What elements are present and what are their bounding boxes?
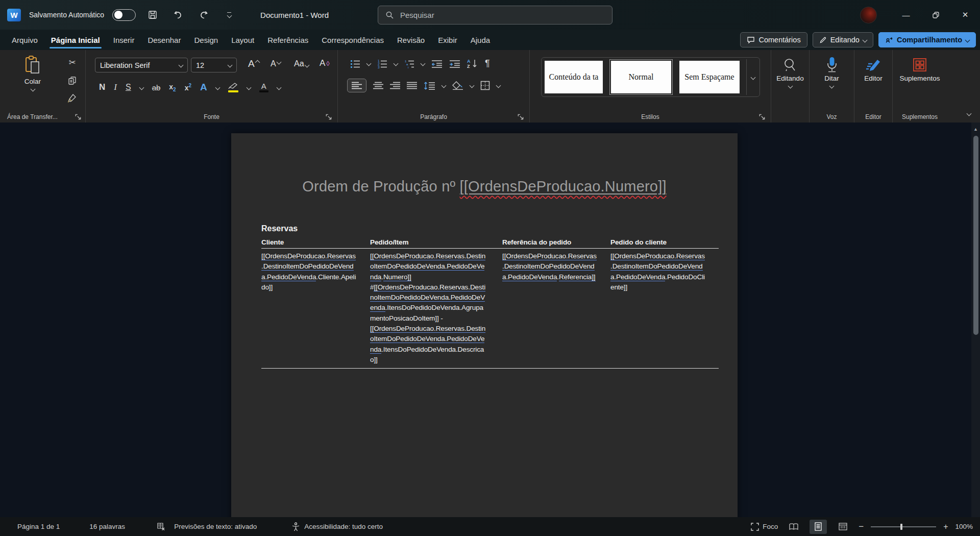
editing-button[interactable]: Editando	[771, 57, 809, 88]
font-name-select[interactable]: Liberation Serif	[95, 58, 188, 72]
table-cell[interactable]: [[OrdensDeProducao.Reservas.DestinoItemD…	[370, 251, 502, 365]
editing-mode-button[interactable]: Editando	[813, 32, 873, 47]
tab-ajuda[interactable]: Ajuda	[464, 30, 497, 50]
zoom-slider-thumb[interactable]	[900, 524, 902, 530]
dictate-button[interactable]: Ditar	[810, 56, 854, 88]
undo-icon[interactable]	[169, 6, 187, 23]
font-size-select[interactable]: 12	[191, 58, 237, 72]
restore-button[interactable]	[921, 0, 950, 30]
bold-button[interactable]: N	[99, 82, 105, 92]
superscript-button[interactable]: x2	[185, 83, 191, 92]
change-case-button[interactable]: Aa	[294, 59, 309, 68]
scroll-up-icon[interactable]: ▲	[973, 127, 978, 132]
text-predictions[interactable]: Previsões de texto: ativado	[174, 523, 257, 530]
tab-exibir[interactable]: Exibir	[431, 30, 464, 50]
multilevel-chevron-icon[interactable]	[421, 61, 426, 66]
tab-layout[interactable]: Layout	[225, 30, 261, 50]
comments-button[interactable]: Comentários	[740, 32, 807, 47]
pilcrow-icon[interactable]: ¶	[485, 58, 490, 69]
tab-referencias[interactable]: Referências	[261, 30, 315, 50]
tab-arquivo[interactable]: Arquivo	[5, 30, 44, 50]
style-sem-espacamento[interactable]: Sem Espaçame	[678, 59, 741, 95]
justify-button[interactable]	[407, 82, 417, 89]
styles-dialog-launcher-icon[interactable]	[758, 113, 766, 120]
clipboard-dialog-launcher-icon[interactable]	[75, 113, 82, 120]
sort-icon[interactable]: A Z	[467, 59, 478, 68]
style-conteudo-da-tabela[interactable]: Conteúdo da ta	[543, 59, 604, 95]
minimize-button[interactable]: —	[891, 0, 921, 30]
page-indicator[interactable]: Página 1 de 1	[17, 523, 60, 530]
table-cell[interactable]: [[OrdensDeProducao.Reservas.DestinoItemD…	[261, 251, 370, 365]
italic-button[interactable]: I	[114, 82, 117, 92]
word-count[interactable]: 16 palavras	[89, 523, 125, 530]
highlight-button[interactable]	[228, 83, 238, 92]
align-center-button[interactable]	[373, 82, 383, 89]
tab-revisao[interactable]: Revisão	[390, 30, 431, 50]
font-color-button[interactable]: A	[259, 83, 268, 92]
highlight-chevron-icon[interactable]	[246, 85, 251, 90]
tab-design[interactable]: Design	[187, 30, 225, 50]
format-painter-icon[interactable]	[67, 93, 77, 103]
underline-chevron-icon[interactable]	[139, 85, 144, 90]
accessibility-status[interactable]: Acessibilidade: tudo certo	[304, 523, 383, 530]
font-color-chevron-icon[interactable]	[276, 85, 281, 90]
line-spacing-icon[interactable]	[424, 82, 435, 90]
cut-icon[interactable]: ✂	[68, 57, 76, 68]
save-icon[interactable]	[144, 6, 161, 23]
underline-button[interactable]: S	[126, 83, 131, 92]
accessibility-icon[interactable]	[291, 522, 300, 531]
style-normal[interactable]: Normal	[609, 59, 673, 95]
text-effects-button[interactable]: A	[200, 82, 207, 93]
decrease-indent-icon[interactable]	[431, 60, 443, 68]
font-dialog-launcher-icon[interactable]	[325, 113, 332, 120]
increase-indent-icon[interactable]	[449, 60, 460, 68]
borders-chevron-icon[interactable]	[496, 83, 501, 88]
table-cell[interactable]: [[OrdensDeProducao.Reservas.DestinoItemD…	[610, 251, 719, 365]
editor-button[interactable]: Editor	[854, 57, 892, 82]
align-right-button[interactable]	[390, 82, 400, 89]
web-layout-view-button[interactable]	[834, 520, 851, 534]
autosave-toggle[interactable]	[112, 9, 136, 21]
scrollbar-thumb[interactable]	[973, 136, 978, 335]
close-button[interactable]: ✕	[950, 0, 980, 30]
copy-icon[interactable]	[68, 76, 77, 85]
bullets-chevron-icon[interactable]	[366, 61, 372, 66]
table-cell[interactable]: [[OrdensDeProducao.Reservas.DestinoItemD…	[502, 251, 610, 365]
tab-correspondencias[interactable]: Correspondências	[315, 30, 390, 50]
doc-table[interactable]: ClientePedido/ItemReferência do pedidoPe…	[261, 238, 719, 369]
collapse-ribbon-icon[interactable]	[967, 108, 971, 117]
numbering-chevron-icon[interactable]	[394, 61, 399, 66]
share-button[interactable]: Compartilhamento	[878, 32, 976, 47]
paste-button[interactable]: Colar	[23, 55, 42, 91]
quick-access-chevron-icon[interactable]	[220, 6, 238, 23]
zoom-slider[interactable]	[871, 526, 936, 527]
shading-chevron-icon[interactable]	[470, 83, 475, 88]
zoom-level[interactable]: 100%	[955, 523, 973, 530]
line-spacing-chevron-icon[interactable]	[442, 83, 447, 88]
grow-font-button[interactable]: A	[248, 58, 259, 69]
tab-desenhar[interactable]: Desenhar	[141, 30, 187, 50]
subscript-button[interactable]: x2	[169, 83, 176, 92]
redo-icon[interactable]	[195, 6, 212, 23]
shading-icon[interactable]	[452, 81, 463, 90]
borders-icon[interactable]	[480, 81, 490, 90]
strikethrough-button[interactable]: ab	[152, 83, 161, 92]
bullets-icon[interactable]	[350, 59, 360, 68]
zoom-out-button[interactable]: −	[859, 522, 864, 532]
addins-button[interactable]: Suplementos	[893, 57, 947, 82]
tab-inserir[interactable]: Inserir	[107, 30, 141, 50]
print-layout-view-button[interactable]	[810, 520, 827, 534]
styles-gallery-more-button[interactable]	[746, 59, 760, 95]
shrink-font-button[interactable]: A	[271, 59, 281, 68]
user-avatar[interactable]	[860, 7, 877, 23]
zoom-in-button[interactable]: +	[943, 522, 948, 531]
focus-button[interactable]: Foco	[751, 523, 778, 531]
paragraph-dialog-launcher-icon[interactable]	[517, 113, 524, 120]
read-mode-view-button[interactable]	[785, 520, 802, 534]
proofing-icon[interactable]	[157, 522, 166, 531]
text-effects-chevron-icon[interactable]	[215, 85, 220, 90]
tab-pagina-inicial[interactable]: Página Inicial	[44, 30, 107, 50]
multilevel-list-icon[interactable]: 1ai	[404, 59, 414, 68]
align-left-button[interactable]	[347, 79, 366, 92]
search-input[interactable]: Pesquisar	[378, 6, 612, 25]
